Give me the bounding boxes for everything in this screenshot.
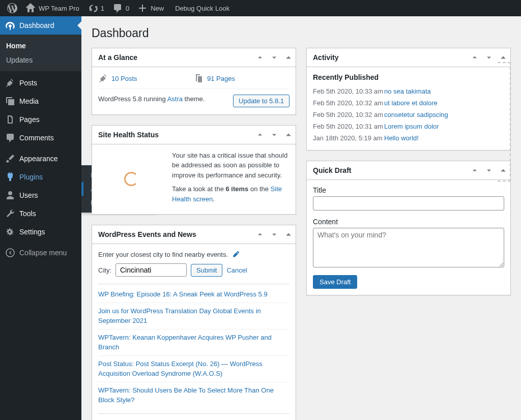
activity-date: Feb 5th 2020, 10:32 am <box>313 111 384 118</box>
comments-icon <box>5 133 15 143</box>
activity-date: Feb 5th 2020, 10:31 am <box>313 123 384 130</box>
site-name[interactable]: WP Team Pro <box>21 0 83 16</box>
collapse-menu[interactable]: Collapse menu <box>0 244 81 262</box>
move-up-button[interactable] <box>253 225 267 244</box>
main-content: Dashboard At a Glance <box>81 16 521 420</box>
activity-row: Feb 5th 2020, 10:32 amut labore et dolor… <box>313 97 504 109</box>
activity-title: Activity <box>307 48 468 67</box>
move-up-button[interactable] <box>253 48 267 67</box>
chevron-down-icon <box>270 131 278 139</box>
chevron-up-icon <box>471 53 479 62</box>
chevron-down-icon <box>485 166 493 174</box>
news-link[interactable]: Join us for WordPress Translation Day Gl… <box>98 307 261 325</box>
submit-button[interactable]: Submit <box>191 264 222 277</box>
glance-posts[interactable]: 10 Posts <box>98 73 194 83</box>
submenu-updates[interactable]: Updates <box>0 53 81 67</box>
comments-indicator[interactable]: 0 <box>108 0 133 16</box>
updates-indicator[interactable]: 1 <box>83 0 108 16</box>
news-link[interactable]: Post Status: Post Status Excerpt (No. 26… <box>98 360 263 378</box>
new-content[interactable]: New <box>133 0 168 16</box>
chevron-up-icon <box>256 131 264 139</box>
draft-content-label: Content <box>313 218 504 226</box>
debug-quick-look[interactable]: Debug Quick Look <box>168 0 234 16</box>
activity-post-link[interactable]: ut labore et dolore <box>384 99 438 107</box>
menu-pages[interactable]: Pages <box>0 110 81 129</box>
at-a-glance-title: At a Glance <box>92 48 253 67</box>
health-items-text: Take a look at the 6 items on the Site H… <box>172 184 290 204</box>
caret-up-icon <box>284 53 293 62</box>
toggle-button[interactable] <box>281 225 296 244</box>
page-title: Dashboard <box>92 16 511 48</box>
news-link[interactable]: WPTavern: Should Users Be Able To Select… <box>98 386 274 404</box>
pages-icon <box>5 114 15 125</box>
move-up-button[interactable] <box>468 48 482 67</box>
home-icon <box>25 3 36 13</box>
save-draft-button[interactable]: Save Draft <box>313 275 357 289</box>
cancel-link[interactable]: Cancel <box>226 266 247 274</box>
move-up-button[interactable] <box>253 126 267 144</box>
activity-date: Jan 18th 2020, 5:19 am <box>313 134 384 142</box>
site-health-widget: Site Health Status Your site has a criti… <box>92 125 296 215</box>
events-title: WordPress Events and News <box>92 225 253 244</box>
media-icon <box>5 96 15 106</box>
move-down-button[interactable] <box>267 225 281 244</box>
menu-media[interactable]: Media <box>0 92 81 110</box>
move-down-button[interactable] <box>482 161 496 179</box>
activity-date: Feb 5th 2020, 10:33 am <box>313 87 384 95</box>
update-button[interactable]: Update to 5.8.1 <box>233 95 290 107</box>
move-up-button[interactable] <box>468 161 482 179</box>
news-item: Join us for WordPress Translation Day Gl… <box>98 303 290 329</box>
menu-posts[interactable]: Posts <box>0 74 81 92</box>
activity-row: Feb 5th 2020, 10:32 amconsetetur sadipsc… <box>313 109 504 121</box>
wordpress-icon <box>7 3 17 13</box>
move-down-button[interactable] <box>267 126 281 144</box>
news-item: Post Status: Post Status Excerpt (No. 26… <box>98 355 290 382</box>
activity-post-link[interactable]: Lorem ipsum dolor <box>384 123 439 130</box>
news-item: WPTavern: Should Users Be Able To Select… <box>98 382 290 408</box>
updates-count: 1 <box>101 5 104 12</box>
draft-title-input[interactable] <box>313 196 504 211</box>
site-health-title: Site Health Status <box>92 126 253 144</box>
theme-link[interactable]: Astra <box>167 95 183 103</box>
menu-comments[interactable]: Comments <box>0 129 81 147</box>
chevron-down-icon <box>485 53 493 62</box>
activity-row: Feb 5th 2020, 10:33 amno sea takimata <box>313 85 504 97</box>
move-down-button[interactable] <box>482 48 496 67</box>
news-link[interactable]: WPTavern: Keanan Koppenhaver Acquires WP… <box>98 334 272 351</box>
activity-post-link[interactable]: no sea takimata <box>384 87 431 95</box>
admin-bar: WP Team Pro 1 0 New Debug Quick Look <box>0 0 521 16</box>
plugin-icon <box>5 172 15 182</box>
activity-row: Feb 5th 2020, 10:31 amLorem ipsum dolor <box>313 121 504 132</box>
recently-published-heading: Recently Published <box>313 73 504 81</box>
caret-up-icon <box>499 53 507 62</box>
menu-tools[interactable]: Tools <box>0 204 81 223</box>
wp-logo[interactable] <box>3 0 21 16</box>
settings-icon <box>5 227 15 237</box>
menu-settings[interactable]: Settings <box>0 223 81 241</box>
news-list: WP Briefing: Episode 16: A Sneak Peek at… <box>98 284 290 408</box>
news-link[interactable]: WP Briefing: Episode 16: A Sneak Peek at… <box>98 290 268 298</box>
dashboard-icon <box>5 20 15 31</box>
submenu-home[interactable]: Home <box>0 39 81 53</box>
move-down-button[interactable] <box>267 48 281 67</box>
menu-appearance[interactable]: Appearance <box>0 149 81 168</box>
events-prompt: Enter your closest city to find nearby e… <box>98 251 228 258</box>
menu-users[interactable]: Users <box>0 186 81 204</box>
chevron-up-icon <box>471 166 479 174</box>
wp-version-text: WordPress 5.8 running Astra theme. <box>98 94 205 104</box>
comment-icon <box>112 3 123 13</box>
activity-widget: Activity Recently Published Feb 5th 2020… <box>306 48 511 151</box>
city-label: City: <box>98 266 111 274</box>
quick-draft-widget: Quick Draft Title Content Save Draft <box>306 161 511 295</box>
city-input[interactable] <box>115 263 187 277</box>
activity-post-link[interactable]: Hello world! <box>384 134 419 142</box>
activity-post-link[interactable]: consetetur sadipscing <box>384 111 448 118</box>
toggle-button[interactable] <box>281 126 296 144</box>
menu-plugins[interactable]: Plugins <box>0 168 81 186</box>
toggle-button[interactable] <box>281 48 296 67</box>
draft-content-textarea[interactable] <box>313 228 504 267</box>
glance-pages[interactable]: 91 Pages <box>194 73 290 83</box>
menu-dashboard[interactable]: Dashboard <box>0 16 81 35</box>
events-news-widget: WordPress Events and News Enter your clo… <box>92 225 296 420</box>
pencil-icon[interactable] <box>232 250 240 258</box>
